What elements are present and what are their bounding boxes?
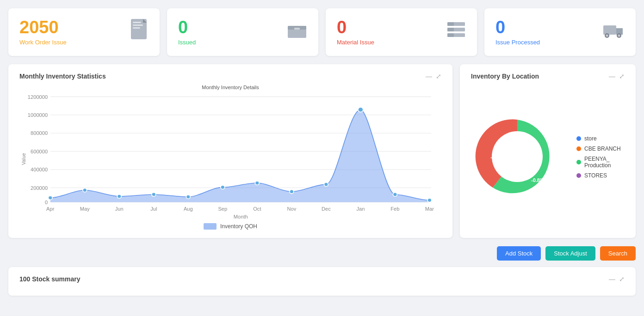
chart-controls[interactable]: — ⤢: [426, 73, 441, 80]
svg-text:1000000: 1000000: [28, 112, 48, 118]
summary-expand[interactable]: ⤢: [619, 275, 625, 283]
issue-processed-label: Issue Processed: [495, 39, 540, 46]
issue-processed-card: 0 Issue Processed: [484, 8, 636, 56]
svg-point-16: [606, 35, 608, 37]
chart-expand[interactable]: ⤢: [436, 73, 441, 80]
file-icon: [129, 19, 149, 45]
donut-svg: -0.4% -0.8%: [471, 110, 564, 203]
issue-processed-left: 0 Issue Processed: [495, 18, 540, 46]
legend-label-stores: STORES: [584, 172, 607, 179]
legend-color-box: [204, 223, 217, 230]
donut-title: Inventory By Location: [471, 73, 539, 80]
truck-icon: [602, 22, 625, 43]
svg-text:800000: 800000: [31, 131, 48, 136]
svg-rect-1: [133, 22, 141, 23]
legend-dot-cbe: [576, 146, 581, 151]
work-order-card: 2050 Work Order Issue: [8, 8, 160, 56]
svg-text:0: 0: [45, 200, 48, 205]
chart-minimize[interactable]: —: [426, 73, 432, 80]
issue-processed-value: 0: [495, 18, 540, 36]
svg-rect-12: [447, 28, 454, 31]
legend-item-store: store: [576, 135, 625, 142]
svg-point-18: [618, 35, 620, 37]
svg-text:1200000: 1200000: [28, 94, 48, 100]
donut-expand[interactable]: ⤢: [619, 73, 625, 80]
svg-text:Dec: Dec: [322, 207, 331, 212]
donut-legend: store CBE BRANCH PEENYA_ Production STOR…: [576, 135, 625, 179]
chart-legend: Inventory QOH: [19, 223, 441, 230]
donut-controls[interactable]: — ⤢: [609, 73, 625, 80]
legend-item-stores: STORES: [576, 172, 625, 179]
grid-icon: [446, 21, 466, 43]
svg-rect-7: [294, 28, 300, 30]
material-issue-left: 0 Material Issue: [337, 18, 374, 46]
inventory-chart-card: Monthly Inventory Statistics — ⤢ Monthly…: [8, 64, 452, 238]
svg-text:600000: 600000: [31, 149, 48, 154]
svg-text:May: May: [80, 207, 90, 212]
work-order-left: 2050 Work Order Issue: [19, 18, 67, 46]
svg-point-38: [186, 195, 190, 199]
svg-point-40: [255, 181, 259, 185]
svg-text:Jun: Jun: [115, 207, 124, 212]
svg-rect-11: [447, 22, 454, 26]
legend-item-cbe: CBE BRANCH: [576, 146, 625, 152]
summary-card: 100 Stock summary — ⤢: [8, 267, 636, 296]
chart-legend-label: Inventory QOH: [220, 223, 257, 230]
donut-minimize[interactable]: —: [609, 73, 615, 80]
svg-point-43: [358, 107, 363, 112]
charts-row: Monthly Inventory Statistics — ⤢ Monthly…: [8, 64, 636, 238]
svg-point-42: [324, 182, 328, 186]
svg-text:Apr: Apr: [46, 207, 55, 212]
svg-text:Jul: Jul: [150, 207, 157, 212]
svg-point-35: [83, 188, 87, 192]
material-issue-label: Material Issue: [337, 39, 374, 46]
donut-svg-container: -0.4% -0.8%: [471, 110, 564, 204]
svg-text:-0.8%: -0.8%: [531, 177, 545, 183]
svg-text:-0.4%: -0.4%: [490, 154, 504, 160]
svg-rect-13: [447, 33, 454, 37]
svg-text:Jan: Jan: [356, 207, 365, 212]
summary-controls[interactable]: — ⤢: [609, 275, 625, 283]
work-order-value: 2050: [19, 18, 67, 36]
material-issue-value: 0: [337, 18, 374, 36]
material-issue-card: 0 Material Issue: [326, 8, 477, 56]
work-order-label: Work Order Issue: [19, 39, 67, 46]
issued-value: 0: [178, 18, 196, 36]
donut-card-header: Inventory By Location — ⤢: [471, 73, 625, 80]
svg-text:200000: 200000: [31, 185, 48, 191]
search-button[interactable]: Search: [600, 246, 636, 261]
svg-point-39: [221, 185, 225, 189]
svg-text:400000: 400000: [31, 167, 48, 173]
svg-point-36: [117, 194, 121, 198]
svg-point-34: [48, 196, 52, 200]
legend-item-peenya: PEENYA_ Production: [576, 156, 625, 169]
svg-point-45: [427, 198, 432, 202]
svg-text:Feb: Feb: [390, 207, 399, 212]
summary-title: 100 Stock summary: [19, 275, 80, 283]
add-stock-button[interactable]: Add Stock: [497, 246, 541, 261]
actions-row: Add Stock Stock Adjust Search: [8, 246, 636, 261]
stock-adjust-button[interactable]: Stock Adjust: [545, 246, 595, 261]
summary-card-header: 100 Stock summary — ⤢: [19, 275, 625, 283]
chart-title: Monthly Inventory Statistics: [19, 73, 106, 80]
legend-dot-stores: [576, 173, 581, 178]
legend-dot-store: [576, 136, 581, 141]
issued-label: Issued: [178, 39, 196, 46]
legend-label-store: store: [584, 135, 597, 142]
svg-point-37: [152, 193, 156, 196]
svg-rect-14: [603, 25, 616, 35]
svg-rect-3: [133, 27, 140, 29]
svg-text:Value: Value: [21, 153, 26, 165]
summary-minimize[interactable]: —: [609, 275, 615, 283]
chart-subtitle: Monthly Inventory Details: [19, 85, 441, 90]
issued-left: 0 Issued: [178, 18, 196, 46]
legend-label-peenya: PEENYA_ Production: [584, 156, 625, 169]
svg-text:Aug: Aug: [184, 207, 193, 212]
svg-text:Sep: Sep: [218, 207, 227, 212]
svg-text:Nov: Nov: [287, 207, 296, 212]
stat-cards-row: 2050 Work Order Issue 0 Issued: [8, 8, 636, 56]
svg-text:Month: Month: [234, 214, 248, 219]
svg-rect-2: [133, 24, 143, 26]
donut-chart-card: Inventory By Location — ⤢: [460, 64, 636, 238]
donut-body: -0.4% -0.8% store CBE BRANCH: [471, 85, 625, 230]
